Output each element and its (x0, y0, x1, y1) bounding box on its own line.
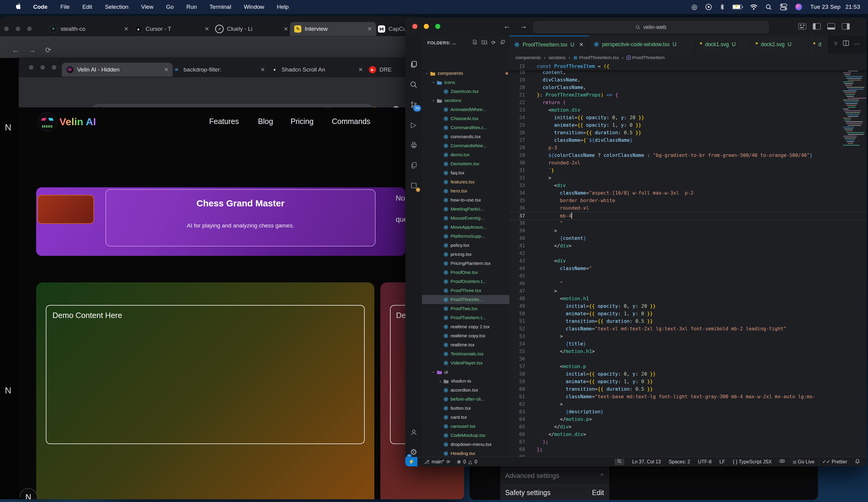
close-tab-icon[interactable]: ✕ (124, 26, 128, 32)
menu-window[interactable]: Window (238, 3, 271, 10)
tree-item-dropdown-menu-tsx[interactable]: dropdown-menu.tsx (422, 440, 510, 449)
prettier-status[interactable]: ✓✓ Prettier (822, 459, 847, 465)
bluetooth-icon[interactable] (720, 3, 724, 10)
close-tab-icon[interactable]: ✕ (358, 66, 363, 73)
split-editor-icon[interactable] (843, 40, 849, 47)
menu-file[interactable]: File (54, 3, 76, 10)
close-traffic-light[interactable] (412, 24, 417, 29)
tree-item-proofthreeite-[interactable]: ProofThreeIte...U (422, 295, 510, 304)
tree-item-proofoneitem-t-[interactable]: ProofOneItem.t...U (422, 277, 510, 286)
tree-item-heading-tsx[interactable]: Heading.tsxM (422, 449, 510, 457)
tree-item-videoplayer-tsx[interactable]: VideoPlayer.tsxU (422, 359, 510, 368)
browser-tab-cursor-t[interactable]: ▲Cursor - T✕ (130, 22, 214, 36)
refresh-icon[interactable]: ⟳ (491, 40, 496, 46)
velin-logo[interactable] (38, 112, 57, 132)
tree-item-proofone-tsx[interactable]: ProofOne.tsxU (422, 268, 510, 277)
tree-item-pricingplanitem-tsx[interactable]: PricingPlanItem.tsx (422, 259, 510, 268)
toggle-bottom-panel-icon[interactable] (827, 23, 835, 30)
tree-item-ui[interactable]: ›ui (422, 368, 510, 376)
tree-item-demo-tsx[interactable]: demo.tsxU (422, 150, 510, 159)
apple-menu-icon[interactable] (10, 3, 27, 11)
tree-item-accordion-tsx[interactable]: accordion.tsx (422, 385, 510, 394)
tree-item-button-tsx[interactable]: button.tsx (422, 404, 510, 413)
encoding[interactable]: UTF-8 (698, 459, 712, 465)
more-actions-icon[interactable]: ⋯ (854, 40, 860, 47)
extension-warning-icon[interactable]: ! (405, 178, 422, 193)
command-center-search[interactable]: velin-web (534, 21, 768, 33)
advanced-settings-label[interactable]: Advanced settings (505, 472, 559, 480)
breadcrumb-item[interactable]: sections (548, 55, 566, 60)
tree-item-testimonials-tsx[interactable]: Testimonials.tsxU (422, 349, 510, 359)
editor-tab-perspective-code-window-tsx[interactable]: perspective-code-window.tsxU (589, 36, 695, 53)
record-icon[interactable]: ◎ (691, 3, 697, 11)
tree-item-how-to-use-tsx[interactable]: how-to-use.tsx (422, 195, 510, 204)
tree-item-codemockup-tsx[interactable]: CodeMockup.tsxU (422, 431, 510, 440)
tree-item-pricing-tsx[interactable]: pricing.tsx (422, 250, 510, 259)
tree-item-prooftwo-tsx[interactable]: ProofTwo.tsxU (422, 304, 510, 313)
notifications-bell-icon[interactable] (855, 459, 860, 465)
forward-icon[interactable]: → (29, 46, 36, 54)
customize-layout-icon[interactable] (798, 23, 806, 30)
zoom-traffic-light[interactable] (27, 27, 32, 31)
cursor-position[interactable]: Ln 37, Col 13 (632, 459, 661, 465)
eol[interactable]: LF (720, 459, 725, 465)
menu-go[interactable]: Go (160, 3, 180, 10)
language-mode[interactable]: { } TypeScript JSX (733, 459, 772, 465)
breadcrumb-item[interactable]: ProofThreeItem.tsx (573, 55, 619, 60)
menu-clock[interactable]: Tue 23 Sep21:53 (810, 3, 860, 10)
toggle-left-sidebar-icon[interactable] (813, 23, 821, 30)
chevron-up-icon[interactable]: ^ (600, 472, 604, 479)
breadcrumb[interactable]: components›sections› ProofThreeItem.tsx›… (515, 53, 867, 62)
editor-tab-dock2-svg[interactable]: *dock2.svgU (751, 36, 808, 53)
compare-changes-icon[interactable]: ⑂ (834, 40, 838, 47)
close-tab-icon[interactable]: ✕ (283, 26, 288, 32)
siri-icon[interactable] (795, 3, 802, 10)
tree-item-hero-tsx[interactable]: hero.tsxM (422, 187, 510, 195)
minimize-traffic-light[interactable] (424, 24, 429, 29)
browser-tab-backdrop-filter-[interactable]: ≈backdrop-filter:✕ (169, 63, 269, 77)
wifi-icon[interactable] (750, 4, 757, 10)
carousel-prev-card-fragment[interactable] (37, 195, 94, 224)
back-icon[interactable]: ← (12, 46, 19, 54)
edit-button[interactable]: Edit (592, 489, 604, 497)
history-back-icon[interactable]: ← (503, 22, 510, 30)
tree-item-sections[interactable]: ›sections (422, 96, 510, 105)
nav-commands[interactable]: Commands (332, 117, 370, 126)
tree-item-commandsree-[interactable]: CommandsRee...U (422, 141, 510, 150)
copilot-icon[interactable] (779, 459, 785, 465)
run-debug-icon[interactable]: ▷ (405, 117, 422, 132)
tree-item-carousel-tsx[interactable]: carousel.tsxU (422, 422, 510, 431)
source-control-icon[interactable]: 70 (405, 97, 422, 112)
tree-item-faq-tsx[interactable]: faq.tsx (422, 168, 510, 177)
tree-item-chooseai-tsx[interactable]: ChooseAI.tsxU (422, 114, 510, 123)
nav-pricing[interactable]: Pricing (291, 117, 313, 126)
tree-item-moveapparoun-[interactable]: MoveAppAroun...U (422, 223, 510, 232)
close-traffic-light[interactable] (29, 65, 33, 70)
tree-item-icons[interactable]: ›icons (422, 78, 510, 87)
editor-tab-d[interactable]: *d (808, 36, 828, 53)
history-forward-icon[interactable]: → (520, 22, 527, 30)
minimize-traffic-light[interactable] (16, 27, 20, 31)
git-branch-status[interactable]: ⎇main*⟳ (424, 459, 450, 465)
tree-item-proofthree-tsx[interactable]: ProofThree.tsxU (422, 286, 510, 295)
tree-item-prooftwoitem-t-[interactable]: ProofTwoItem.t...U (422, 313, 510, 322)
reload-icon[interactable]: ⟳ (45, 46, 51, 54)
accounts-icon[interactable] (405, 425, 422, 440)
tree-item-card-tsx[interactable]: card.tsx (422, 413, 510, 422)
close-tab-icon[interactable]: ✕ (260, 66, 265, 73)
collapse-all-icon[interactable] (500, 40, 505, 46)
tree-item-policy-tsx[interactable]: policy.tsx (422, 241, 510, 250)
tree-item-meetingpartici-[interactable]: MeetingPartici...U (422, 204, 510, 214)
close-traffic-light[interactable] (4, 27, 9, 31)
breadcrumb-item[interactable]: components (515, 55, 541, 60)
tree-item-components[interactable]: ›components (422, 69, 510, 78)
nav-features[interactable]: Features (209, 117, 239, 126)
chess-card[interactable]: Chess Grand Master AI for playing and an… (105, 189, 375, 247)
new-folder-icon[interactable] (482, 40, 487, 46)
minimap[interactable] (843, 63, 864, 154)
zoom-traffic-light[interactable] (435, 24, 440, 29)
menu-run[interactable]: Run (180, 3, 203, 10)
nav-blog[interactable]: Blog (258, 117, 273, 126)
editor-tab-dock1-svg[interactable]: *dock1.svgU (695, 36, 751, 53)
menu-help[interactable]: Help (271, 3, 295, 10)
